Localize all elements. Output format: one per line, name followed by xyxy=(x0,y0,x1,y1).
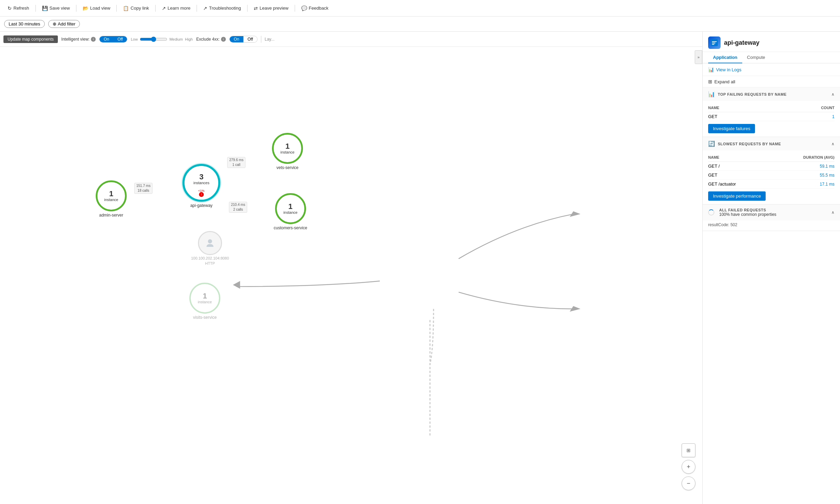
feedback-icon: 💬 xyxy=(301,6,307,11)
slowest-row-2-duration[interactable]: 17.1 ms xyxy=(820,182,834,187)
zoom-out-button[interactable]: − xyxy=(682,476,695,490)
low-label: Low xyxy=(131,37,138,41)
add-filter-button[interactable]: ⊕ Add filter xyxy=(48,20,80,28)
call-label-customers: 210.4 ms 2 calls xyxy=(229,202,247,213)
top-failing-chevron: ∧ xyxy=(831,92,834,97)
leave-icon: ⇄ xyxy=(254,6,258,11)
node-customers-service[interactable]: 1 instance customers-service xyxy=(274,193,307,230)
node-visits-service[interactable]: 1 instance visits-service xyxy=(189,283,220,320)
feedback-button[interactable]: 💬 Feedback xyxy=(298,4,332,12)
zoom-in-button[interactable]: + xyxy=(682,460,695,474)
layer-label: Lay... xyxy=(265,37,274,42)
update-map-label: Update map components xyxy=(8,37,54,42)
divider-3 xyxy=(116,5,117,12)
learn-more-button[interactable]: ↗ Learn more xyxy=(158,4,194,12)
slowest-title: SLOWEST REQUESTS BY NAME xyxy=(718,142,781,146)
divider-1 xyxy=(35,5,36,12)
top-failing-section: 📊 TOP FAILING REQUESTS BY NAME ∧ NAME CO… xyxy=(703,87,840,137)
map-controls: ⊞ + − xyxy=(682,443,695,490)
leave-preview-label: Leave preview xyxy=(260,6,288,11)
traffic-slider[interactable] xyxy=(140,36,167,42)
slowest-requests-header[interactable]: 🔄 SLOWEST REQUESTS BY NAME ∧ xyxy=(703,137,840,150)
refresh-icon: ↻ xyxy=(8,6,12,11)
svg-rect-7 xyxy=(712,44,714,45)
table-row: GET 55.5 ms xyxy=(708,171,834,180)
panel-title: api-gateway xyxy=(724,39,759,46)
slowest-section-icon: 🔄 xyxy=(708,140,715,147)
time-range-button[interactable]: Last 30 minutes xyxy=(4,20,45,28)
intelligent-view-on-button[interactable]: On xyxy=(99,36,113,42)
failing-row-count[interactable]: 1 xyxy=(832,114,834,119)
intelligent-view-toggle[interactable]: On Off xyxy=(99,36,127,43)
slowest-row-1-duration[interactable]: 55.5 ms xyxy=(820,173,834,178)
top-failing-header[interactable]: 📊 TOP FAILING REQUESTS BY NAME ∧ xyxy=(703,87,840,101)
right-panel: api-gateway Application Compute 📊 View i… xyxy=(702,32,840,504)
exclude-4xx-on-button[interactable]: On xyxy=(230,36,243,42)
node-vets-service[interactable]: 1 instance vets-service xyxy=(272,133,303,170)
save-view-button[interactable]: 💾 Save view xyxy=(39,4,73,12)
toolbar: ↻ Refresh 💾 Save view 📂 Load view 📋 Copy… xyxy=(0,0,840,17)
result-code-label: resultCode: 502 xyxy=(708,222,737,227)
svg-marker-1 xyxy=(570,306,580,312)
spinner-icon xyxy=(708,209,714,216)
slowest-requests-body: NAME DURATION (AVG) GET / 59.1 ms GET 55… xyxy=(703,150,840,204)
node-http[interactable]: 100.100.202.104:8080 HTTP xyxy=(191,231,229,265)
all-failed-chevron: ∧ xyxy=(831,210,834,215)
svg-point-3 xyxy=(208,239,212,243)
collapse-panel-button[interactable]: » xyxy=(695,50,702,64)
exclude-4xx-toggle[interactable]: On Off xyxy=(229,36,258,43)
intelligent-view-info-icon[interactable]: i xyxy=(91,37,96,42)
troubleshoot-icon: ↗ xyxy=(203,6,207,11)
call-label-admin: 151.7 ms 18 calls xyxy=(134,183,153,194)
exclude-4xx-info-icon[interactable]: i xyxy=(221,37,226,42)
save-view-label: Save view xyxy=(50,6,70,11)
tab-compute[interactable]: Compute xyxy=(742,52,770,63)
svg-rect-5 xyxy=(712,41,717,42)
filter-icon: ⊕ xyxy=(53,21,56,27)
leave-preview-button[interactable]: ⇄ Leave preview xyxy=(250,4,292,12)
expand-all-row[interactable]: ⊞ Expand all xyxy=(703,76,840,87)
intelligent-view-off-button[interactable]: Off xyxy=(113,36,127,42)
troubleshooting-button[interactable]: ↗ Troubleshooting xyxy=(200,4,244,12)
learn-more-label: Learn more xyxy=(168,6,190,11)
divider-4 xyxy=(155,5,156,12)
all-failed-title: ALL FAILED REQUESTS xyxy=(719,208,776,212)
update-map-button[interactable]: Update map components xyxy=(3,35,58,43)
troubleshooting-label: Troubleshooting xyxy=(209,6,241,11)
traffic-slider-group: Low Medium High xyxy=(131,36,193,42)
add-filter-label: Add filter xyxy=(58,21,75,27)
copy-icon: 📋 xyxy=(123,6,129,11)
node-api-gateway[interactable]: 3 instances ! <1% api-gateway xyxy=(182,164,220,208)
medium-label: Medium xyxy=(169,37,183,41)
intelligent-view-label: Intelligent view: i xyxy=(61,37,96,42)
svg-rect-6 xyxy=(712,43,715,43)
node-admin-server[interactable]: 1 instance admin-server xyxy=(96,180,127,218)
warning-dot: ! xyxy=(199,192,204,197)
fit-map-button[interactable]: ⊞ xyxy=(682,443,695,457)
map-content[interactable]: 151.7 ms 18 calls 279.6 ms 1 call 210.4 … xyxy=(0,47,702,504)
all-failed-header[interactable]: ALL FAILED REQUESTS 100% have common pro… xyxy=(703,204,840,220)
slowest-row-0-duration[interactable]: 59.1 ms xyxy=(820,164,834,169)
load-view-label: Load view xyxy=(90,6,111,11)
load-view-button[interactable]: 📂 Load view xyxy=(79,4,114,12)
svg-marker-0 xyxy=(570,211,580,217)
save-icon: 💾 xyxy=(42,6,48,11)
svg-marker-2 xyxy=(233,281,240,289)
refresh-button[interactable]: ↻ Refresh xyxy=(4,4,33,12)
fit-icon: ⊞ xyxy=(686,448,691,453)
map-toolbar: Update map components Intelligent view: … xyxy=(0,32,702,47)
count-col-header: COUNT xyxy=(821,106,834,110)
external-link-icon: ↗ xyxy=(162,6,166,11)
top-failing-title: TOP FAILING REQUESTS BY NAME xyxy=(718,92,787,96)
tab-application[interactable]: Application xyxy=(708,52,742,63)
investigate-performance-button[interactable]: Investigate performance xyxy=(708,191,766,201)
map-canvas: Update map components Intelligent view: … xyxy=(0,32,702,504)
view-in-logs-action[interactable]: 📊 View in Logs xyxy=(703,63,840,76)
collapse-icon: » xyxy=(697,55,700,59)
exclude-4xx-off-button[interactable]: Off xyxy=(243,36,257,42)
slowest-duration-col: DURATION (AVG) xyxy=(803,155,834,159)
feedback-label: Feedback xyxy=(309,6,328,11)
copy-link-button[interactable]: 📋 Copy link xyxy=(119,4,152,12)
investigate-failures-button[interactable]: Investigate failures xyxy=(708,124,755,133)
panel-tabs: Application Compute xyxy=(703,52,840,63)
